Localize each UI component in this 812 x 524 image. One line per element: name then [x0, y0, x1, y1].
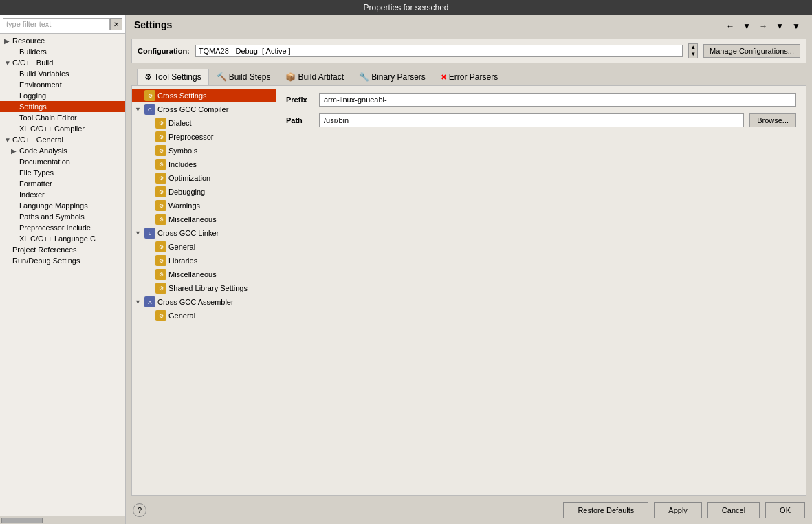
tool-tree-item-cross-settings[interactable]: ⚙ Cross Settings — [132, 89, 276, 102]
apply-button[interactable]: Apply — [654, 502, 702, 518]
sidebar-item-builders[interactable]: Builders — [0, 46, 125, 57]
tool-tree-item-general-linker[interactable]: ⚙ General — [132, 240, 276, 254]
sidebar-item-build-variables[interactable]: Build Variables — [0, 68, 125, 79]
sidebar-item-logging[interactable]: Logging — [0, 90, 125, 101]
sidebar-item-label: C/C++ General — [12, 135, 63, 144]
sidebar-item-documentation[interactable]: Documentation — [0, 156, 125, 167]
tool-tree-item-libraries[interactable]: ⚙ Libraries — [132, 254, 276, 268]
sidebar-item-xl-cpp-compiler[interactable]: XL C/C++ Compiler — [0, 123, 125, 134]
header-toolbar: ← ▼ → ▼ ▼ — [723, 19, 804, 33]
tool-tree-item-symbols[interactable]: ⚙ Symbols — [132, 144, 276, 157]
more-toolbar-button[interactable]: ▼ — [789, 19, 804, 33]
prefix-input[interactable] — [319, 93, 796, 107]
build-steps-icon: 🔨 — [217, 72, 227, 82]
tool-tree-label-dialect: Dialect — [168, 119, 192, 127]
tool-tree-item-shared-library-settings[interactable]: ⚙ Shared Library Settings — [132, 281, 276, 295]
symbols-icon: ⚙ — [155, 145, 166, 156]
sidebar-item-language-mappings[interactable]: Language Mappings — [0, 200, 125, 211]
ok-button[interactable]: OK — [765, 502, 805, 518]
sidebar-item-formatter[interactable]: Formatter — [0, 178, 125, 189]
title-bar: Properties for sersched — [0, 0, 812, 15]
tool-tree-label-miscellaneous-linker: Miscellaneous — [168, 270, 217, 279]
back-dropdown-button[interactable]: ▼ — [739, 19, 754, 33]
sidebar: ✕ ▶ Resource Builders ▼ C/C++ Build Buil… — [0, 15, 126, 524]
settings-title: Settings — [134, 19, 804, 30]
forward-dropdown-button[interactable]: ▼ — [772, 19, 787, 33]
sidebar-item-cpp-build[interactable]: ▼ C/C++ Build — [0, 57, 125, 68]
config-down-button[interactable]: ▼ — [689, 51, 697, 58]
expand-icon: ▶ — [11, 147, 19, 155]
tool-tree-item-general-assembler[interactable]: ⚙ General — [132, 309, 276, 323]
path-input[interactable] — [319, 113, 744, 127]
config-bar: Configuration: ▲ ▼ Manage Configurations… — [131, 39, 806, 63]
tab-build-artifact[interactable]: 📦 Build Artifact — [278, 69, 351, 85]
back-toolbar-button[interactable]: ← — [723, 19, 738, 33]
sidebar-item-label: Code Analysis — [19, 146, 67, 155]
sidebar-item-cpp-general[interactable]: ▼ C/C++ General — [0, 134, 125, 145]
tool-tree-item-cross-gcc-assembler[interactable]: ▼ A Cross GCC Assembler — [132, 295, 276, 309]
tab-tool-settings[interactable]: ⚙ Tool Settings — [137, 69, 209, 85]
sidebar-item-label: Resource — [12, 36, 45, 45]
prefix-label: Prefix — [286, 96, 314, 104]
forward-toolbar-button[interactable]: → — [756, 19, 771, 33]
tool-tree-item-cross-gcc-compiler[interactable]: ▼ C Cross GCC Compiler — [132, 102, 276, 116]
tool-tree-item-preprocessor[interactable]: ⚙ Preprocessor — [132, 130, 276, 144]
sidebar-item-label: Logging — [19, 91, 46, 100]
tool-tree-item-debugging[interactable]: ⚙ Debugging — [132, 185, 276, 199]
config-label: Configuration: — [138, 47, 190, 55]
sidebar-item-label: Formatter — [19, 179, 52, 188]
sidebar-item-tool-chain-editor[interactable]: Tool Chain Editor — [0, 112, 125, 123]
config-up-button[interactable]: ▲ — [689, 44, 697, 51]
cross-gcc-linker-icon: L — [144, 228, 155, 239]
tool-tree-label-includes: Includes — [168, 160, 197, 168]
expand-arrow: ▼ — [135, 106, 144, 113]
sidebar-item-settings[interactable]: Settings — [0, 101, 125, 112]
tool-tree-item-warnings[interactable]: ⚙ Warnings — [132, 199, 276, 212]
browse-button[interactable]: Browse... — [749, 113, 796, 127]
tool-tree-label-general-assembler: General — [168, 312, 195, 320]
tool-tree-item-miscellaneous-compiler[interactable]: ⚙ Miscellaneous — [132, 212, 276, 226]
tool-tree-label-preprocessor: Preprocessor — [168, 133, 213, 141]
sidebar-item-project-references[interactable]: Project References — [0, 244, 125, 255]
tool-tree-label-libraries: Libraries — [168, 256, 197, 265]
sidebar-item-indexer[interactable]: Indexer — [0, 189, 125, 200]
tool-tree-item-includes[interactable]: ⚙ Includes — [132, 157, 276, 171]
tab-binary-parsers[interactable]: 🔧 Binary Parsers — [351, 69, 433, 85]
tool-tree-label-debugging: Debugging — [168, 188, 205, 196]
tool-tree-item-cross-gcc-linker[interactable]: ▼ L Cross GCC Linker — [132, 226, 276, 240]
manage-configurations-button[interactable]: Manage Configurations... — [703, 44, 800, 58]
sidebar-item-run-debug-settings[interactable]: Run/Debug Settings — [0, 255, 125, 266]
tool-tree-label-cross-gcc-assembler: Cross GCC Assembler — [157, 298, 234, 306]
tool-tree-item-miscellaneous-linker[interactable]: ⚙ Miscellaneous — [132, 268, 276, 281]
sidebar-item-label: Environment — [19, 80, 62, 89]
sidebar-item-environment[interactable]: Environment — [0, 79, 125, 90]
sidebar-item-xl-cpp-language[interactable]: XL C/C++ Language C — [0, 233, 125, 244]
config-input[interactable] — [195, 45, 683, 57]
sidebar-item-label: Preprocessor Include — [19, 223, 91, 232]
sidebar-item-label: XL C/C++ Language C — [19, 234, 96, 243]
sidebar-item-file-types[interactable]: File Types — [0, 167, 125, 178]
sidebar-item-preprocessor-include[interactable]: Preprocessor Include — [0, 222, 125, 233]
sidebar-item-label: Language Mappings — [19, 201, 88, 210]
cross-gcc-assembler-icon: A — [144, 296, 155, 307]
tool-tree-item-dialect[interactable]: ⚙ Dialect — [132, 116, 276, 130]
sidebar-item-label: Indexer — [19, 190, 45, 199]
sidebar-item-code-analysis[interactable]: ▶ Code Analysis — [0, 145, 125, 156]
scrollbar-thumb[interactable] — [1, 518, 43, 523]
help-button[interactable]: ? — [133, 503, 146, 517]
tab-build-steps[interactable]: 🔨 Build Steps — [209, 69, 278, 85]
cancel-button[interactable]: Cancel — [707, 502, 760, 518]
tab-error-parsers[interactable]: ✖ Error Parsers — [433, 69, 505, 85]
sidebar-item-paths-symbols[interactable]: Paths and Symbols — [0, 211, 125, 222]
error-parsers-icon: ✖ — [441, 73, 447, 82]
tab-build-artifact-label: Build Artifact — [298, 72, 344, 82]
settings-header-area: Settings ← ▼ → ▼ ▼ — [126, 15, 812, 36]
tool-tree-item-optimization[interactable]: ⚙ Optimization — [132, 171, 276, 185]
tool-tree-label-miscellaneous-compiler: Miscellaneous — [168, 215, 217, 223]
tool-tree-label-cross-settings: Cross Settings — [157, 91, 207, 100]
restore-defaults-button[interactable]: Restore Defaults — [563, 502, 648, 518]
expand-icon: ▼ — [4, 136, 12, 144]
filter-clear-button[interactable]: ✕ — [110, 18, 122, 30]
filter-input[interactable] — [3, 18, 110, 30]
sidebar-item-resource[interactable]: ▶ Resource — [0, 35, 125, 46]
